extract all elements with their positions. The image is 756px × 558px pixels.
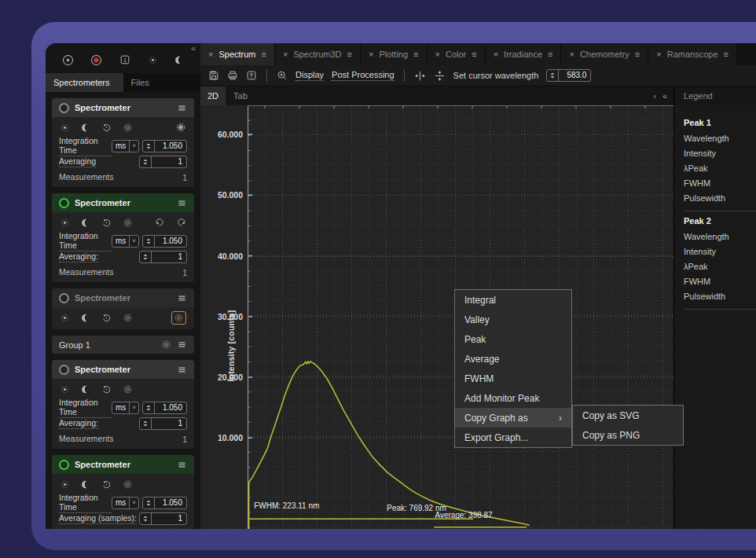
play-icon[interactable]: [62, 54, 74, 66]
sun-icon[interactable]: [60, 123, 70, 133]
close-tab-icon[interactable]: ×: [569, 50, 574, 59]
menu-item-add-monitor-peak[interactable]: Add Monitor Peak: [455, 388, 571, 408]
close-tab-icon[interactable]: ×: [208, 50, 213, 59]
cursor-wavelength-value[interactable]: 583.0: [559, 70, 590, 81]
moon-icon[interactable]: [81, 123, 90, 133]
stepper-value[interactable]: 1.050: [155, 497, 186, 508]
stepper-arrows-icon[interactable]: [143, 497, 155, 508]
gear-icon[interactable]: [123, 218, 133, 228]
spectrometer-panel-header[interactable]: Spectrometer: [52, 455, 194, 474]
post-processing-menu-button[interactable]: Post Processing: [332, 70, 394, 81]
unit-combo[interactable]: ms˅: [112, 402, 139, 414]
value-stepper[interactable]: 1: [139, 251, 187, 263]
sidebar-tab-files[interactable]: Files: [123, 73, 201, 92]
moon-icon[interactable]: [174, 55, 184, 65]
spectrometer-panel-header[interactable]: Spectrometer: [52, 193, 194, 212]
unit-combo[interactable]: ms˅: [112, 140, 139, 152]
stepper-value[interactable]: 1.050: [155, 141, 186, 152]
expand-panel-icon[interactable]: ›: [653, 91, 656, 101]
unit-combo[interactable]: ms˅: [112, 497, 139, 509]
collapse-panel-icon[interactable]: «: [662, 91, 667, 101]
menu-item-fwhm[interactable]: FWHM: [455, 369, 571, 388]
gear-icon[interactable]: [123, 123, 133, 133]
sun-icon[interactable]: [60, 218, 70, 228]
horizontal-cursor-icon[interactable]: [434, 70, 446, 82]
spectrometer-panel-header[interactable]: Spectrometer: [52, 360, 194, 379]
value-stepper[interactable]: 1.050: [142, 140, 187, 152]
value-stepper[interactable]: 1.050: [142, 235, 187, 248]
combo-arrow-icon[interactable]: ˅: [130, 404, 138, 411]
burger-icon[interactable]: [177, 293, 187, 303]
gear-icon[interactable]: [123, 384, 133, 395]
collapse-sidebar-icon[interactable]: «: [191, 44, 196, 53]
cursor-wavelength-stepper[interactable]: 583.0: [546, 69, 591, 82]
gear-highlighted-icon[interactable]: [174, 313, 184, 323]
tab-menu-icon[interactable]: ≡: [548, 50, 552, 59]
moon-icon[interactable]: [81, 479, 90, 490]
stepper-arrows-icon[interactable]: [140, 418, 152, 429]
export-icon[interactable]: [246, 70, 257, 81]
combo-arrow-icon[interactable]: ˅: [130, 142, 138, 149]
tab-menu-icon[interactable]: ≡: [635, 50, 640, 59]
value-stepper[interactable]: 1: [139, 512, 187, 525]
stepper-icon[interactable]: [145, 142, 152, 150]
tab-spectrum3d[interactable]: ×Spectrum3D≡: [275, 43, 361, 65]
unit-combo[interactable]: ms˅: [112, 235, 139, 248]
sun-icon[interactable]: [60, 479, 70, 490]
moon-icon[interactable]: [81, 313, 90, 323]
record-icon[interactable]: [90, 54, 102, 66]
tab-menu-icon[interactable]: ≡: [347, 50, 352, 59]
close-tab-icon[interactable]: ×: [494, 50, 498, 59]
stepper-arrows-icon[interactable]: [140, 513, 152, 524]
tab-menu-icon[interactable]: ≡: [262, 50, 266, 59]
sun-icon[interactable]: [148, 55, 158, 65]
undo-circle-icon[interactable]: [101, 384, 112, 395]
gear-highlighted-box[interactable]: [171, 311, 186, 325]
combo-arrow-icon[interactable]: ˅: [130, 499, 138, 506]
stepper-arrows-icon[interactable]: [143, 402, 155, 413]
stepper-value[interactable]: 1.050: [155, 402, 186, 413]
tab-menu-icon[interactable]: ≡: [724, 50, 728, 59]
stepper-arrows-icon[interactable]: [547, 70, 559, 81]
combo-arrow-icon[interactable]: ˅: [130, 237, 138, 244]
undo-circle-icon[interactable]: [101, 479, 112, 490]
tab-menu-icon[interactable]: ≡: [413, 50, 418, 59]
undo-circle-icon[interactable]: [101, 313, 112, 323]
stepper-icon[interactable]: [142, 158, 149, 166]
tab-spectrum[interactable]: ×Spectrum≡: [200, 43, 275, 65]
spectrometer-panel-header[interactable]: Spectrometer: [52, 98, 194, 117]
spectrometer-panel-header[interactable]: Spectrometer: [52, 288, 194, 307]
menu-item-average[interactable]: Average: [455, 349, 571, 369]
moon-icon[interactable]: [81, 384, 90, 395]
sun-icon[interactable]: [60, 384, 70, 395]
tab-ramanscope[interactable]: ×Ramanscope≡: [648, 43, 737, 65]
stepper-arrows-icon[interactable]: [140, 156, 152, 167]
group-header[interactable]: Group 1: [52, 336, 194, 354]
menu-item-peak[interactable]: Peak: [455, 329, 571, 349]
undo-circle-icon[interactable]: [101, 218, 112, 228]
helm-gear-icon[interactable]: [175, 122, 186, 133]
close-tab-icon[interactable]: ×: [656, 50, 661, 59]
tab-chemometry[interactable]: ×Chemometry≡: [561, 43, 648, 65]
close-tab-icon[interactable]: ×: [283, 50, 288, 59]
value-stepper[interactable]: 1.050: [142, 402, 187, 414]
stepper-value[interactable]: 1: [152, 513, 186, 524]
burger-icon[interactable]: [177, 460, 187, 470]
undo-icon[interactable]: [155, 218, 165, 228]
zoom-reset-icon[interactable]: [277, 70, 288, 81]
stepper-icon[interactable]: [142, 253, 149, 261]
tab-menu-icon[interactable]: ≡: [472, 50, 476, 59]
stepper-arrows-icon[interactable]: [143, 236, 155, 247]
stepper-icon[interactable]: [145, 237, 152, 245]
menu-item-valley[interactable]: Valley: [455, 310, 571, 329]
close-tab-icon[interactable]: ×: [369, 50, 373, 59]
value-stepper[interactable]: 1.050: [142, 497, 187, 509]
gear-icon[interactable]: [123, 313, 133, 323]
menu-item-copy-as-png[interactable]: Copy as PNG: [573, 425, 683, 445]
undo-circle-icon[interactable]: [101, 123, 112, 133]
menu-item-copy-as-svg[interactable]: Copy as SVG: [573, 406, 683, 425]
close-tab-icon[interactable]: ×: [435, 50, 440, 59]
tab-2d[interactable]: 2D: [200, 86, 226, 105]
stepper-icon[interactable]: [145, 499, 152, 507]
burger-icon[interactable]: [177, 365, 187, 375]
